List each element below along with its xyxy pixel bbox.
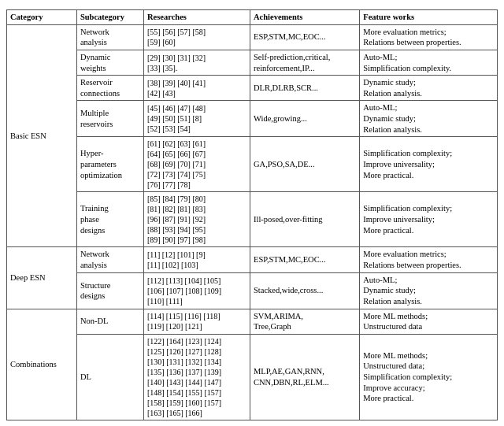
achievements-cell: Ill-posed,over-fitting (250, 192, 359, 247)
category-cell: Deep ESN (7, 247, 77, 309)
achievements-cell: Wide,growing... (250, 101, 359, 137)
category-cell: Combinations (7, 309, 77, 420)
table-row: Training phase designs[85] [84] [79] [80… (7, 192, 498, 247)
researches-cell: [55] [56] [57] [58] [59] [60] (143, 24, 250, 50)
table-row: DL[122] [164] [123] [124] [125] [126] [1… (7, 334, 498, 420)
researches-cell: [11] [12] [101] [9] [11] [102] [103] (143, 247, 250, 272)
researches-cell: [114] [115] [116] [118] [119] [120] [121… (143, 309, 250, 334)
researches-cell: [45] [46] [47] [48] [49] [50] [51] [8] [… (143, 101, 250, 137)
achievements-cell: GA,PSO,SA,DE... (250, 137, 359, 192)
subcategory-cell: Non-DL (76, 309, 143, 334)
subcategory-cell: Training phase designs (76, 192, 143, 247)
col-header-subcategory: Subcategory (76, 10, 143, 25)
researches-cell: [38] [39] [40] [41] [42] [43] (143, 76, 250, 101)
achievements-cell: Stacked,wide,cross... (250, 272, 359, 309)
col-header-category: Category (7, 10, 77, 25)
achievements-cell: DLR,DLRB,SCR... (250, 76, 359, 101)
researches-cell: [112] [113] [104] [105] [106] [107] [108… (143, 272, 250, 309)
achievements-cell: MLP,AE,GAN,RNN, CNN,DBN,RL,ELM... (250, 334, 359, 420)
achievements-cell: Self-prediction,critical, reinforcement,… (250, 50, 359, 75)
col-header-researches: Researches (143, 10, 250, 25)
feature-works-cell: Simplification complexity; Improve unive… (360, 137, 498, 192)
feature-works-cell: Auto-ML; Dynamic study; Relation analysi… (360, 272, 498, 309)
subcategory-cell: DL (76, 334, 143, 420)
table-row: Deep ESNNetwork analysis[11] [12] [101] … (7, 247, 498, 272)
table-row: Reservoir connections[38] [39] [40] [41]… (7, 76, 498, 101)
researches-cell: [61] [62] [63] [61] [64] [65] [66] [67] … (143, 137, 250, 192)
achievements-cell: SVM,ARIMA, Tree,Graph (250, 309, 359, 334)
table-row: Structure designs[112] [113] [104] [105]… (7, 272, 498, 309)
subcategory-cell: Dynamic weights (76, 50, 143, 75)
category-cell: Basic ESN (7, 24, 77, 247)
researches-cell: [85] [84] [79] [80] [81] [82] [81] [83] … (143, 192, 250, 247)
feature-works-cell: Simplification complexity; Improve unive… (360, 192, 498, 247)
feature-works-cell: Dynamic study; Relation analysis. (360, 76, 498, 101)
table-row: Hyper- parameters optimization[61] [62] … (7, 137, 498, 192)
table-row: Basic ESNNetwork analysis[55] [56] [57] … (7, 24, 498, 50)
main-table: Category Subcategory Researches Achievem… (6, 9, 498, 420)
table-row: Multiple reservoirs[45] [46] [47] [48] [… (7, 101, 498, 137)
subcategory-cell: Multiple reservoirs (76, 101, 143, 137)
subcategory-cell: Structure designs (76, 272, 143, 309)
achievements-cell: ESP,STM,MC,EOC... (250, 24, 359, 50)
achievements-cell: ESP,STM,MC,EOC... (250, 247, 359, 272)
feature-works-cell: More evaluation metrics; Relations betwe… (360, 247, 498, 272)
subcategory-cell: Reservoir connections (76, 76, 143, 101)
col-header-achievements: Achievements (250, 10, 359, 25)
table-row: CombinationsNon-DL[114] [115] [116] [118… (7, 309, 498, 334)
subcategory-cell: Network analysis (76, 24, 143, 50)
subcategory-cell: Network analysis (76, 247, 143, 272)
researches-cell: [29] [30] [31] [32] [33] [35]. (143, 50, 250, 75)
feature-works-cell: More ML methods; Unstructured data (360, 309, 498, 334)
feature-works-cell: Auto-ML; Simplification complexity. (360, 50, 498, 75)
table-row: Dynamic weights[29] [30] [31] [32] [33] … (7, 50, 498, 75)
feature-works-cell: Auto-ML; Dynamic study; Relation analysi… (360, 101, 498, 137)
researches-cell: [122] [164] [123] [124] [125] [126] [127… (143, 334, 250, 420)
col-header-feature-works: Feature works (360, 10, 498, 25)
feature-works-cell: More evaluation metrics; Relations betwe… (360, 24, 498, 50)
feature-works-cell: More ML methods; Unstructured data; Simp… (360, 334, 498, 420)
subcategory-cell: Hyper- parameters optimization (76, 137, 143, 192)
